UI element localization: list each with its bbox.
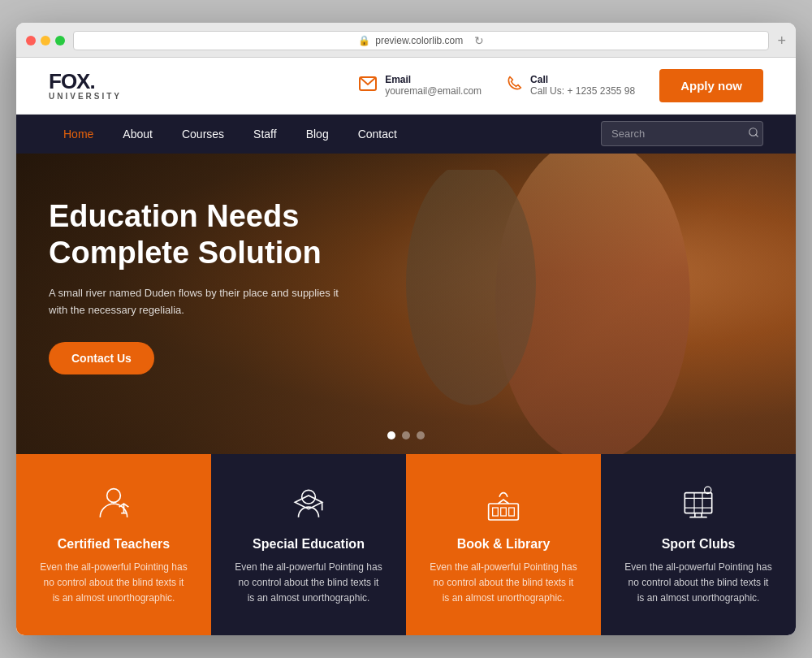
sport-icon [678,483,719,524]
url-text: preview.colorlib.com [375,35,463,46]
feature-desc-library: Even the all-powerful Pointing has no co… [429,560,578,607]
close-dot[interactable] [26,36,36,45]
svg-rect-9 [509,508,515,516]
minimize-dot[interactable] [41,36,50,45]
nav-link-courses[interactable]: Courses [167,115,239,154]
contact-us-button[interactable]: Contact Us [49,342,154,374]
feature-special-education: Special Education Even the all-powerful … [211,454,406,636]
feature-title-teachers: Certified Teachers [39,537,188,552]
hero-section: Education Needs Complete Solution A smal… [16,154,796,454]
website-content: FOX. UNIVERSITY Email youremail@email.co… [16,58,796,636]
email-value: youremail@email.com [385,85,482,97]
svg-point-2 [107,488,121,502]
nav-link-contact[interactable]: Contact [343,115,412,154]
library-icon [483,483,524,524]
feature-desc-teachers: Even the all-powerful Pointing has no co… [39,560,188,607]
apply-now-button[interactable]: Apply now [659,69,763,102]
feature-desc-education: Even the all-powerful Pointing has no co… [234,560,383,607]
browser-window: 🔒 preview.colorlib.com ↻ + FOX. UNIVERSI… [16,23,796,636]
feature-title-library: Book & Library [429,537,578,552]
hero-dot-3[interactable] [417,431,425,439]
browser-chrome: 🔒 preview.colorlib.com ↻ + [16,23,796,58]
logo-subtitle: UNIVERSITY [49,92,122,101]
nav-search[interactable] [601,121,763,146]
nav-item-staff[interactable]: Staff [239,115,292,154]
email-info: Email youremail@email.com [385,74,482,97]
logo-name[interactable]: FOX. [49,71,122,92]
nav-link-staff[interactable]: Staff [239,115,292,154]
nav-item-blog[interactable]: Blog [292,115,343,154]
nav-item-home[interactable]: Home [49,115,108,154]
nav-item-courses[interactable]: Courses [167,115,239,154]
hero-description: A small river named Duden flows by their… [49,285,357,319]
svg-rect-10 [685,492,711,513]
logo-area: FOX. UNIVERSITY [49,71,122,101]
email-icon [359,76,377,95]
feature-certified-teachers: Certified Teachers Even the all-powerful… [16,454,211,636]
email-label: Email [385,74,482,85]
nav-link-about[interactable]: About [108,115,167,154]
call-info: Call Call Us: + 1235 2355 98 [530,74,635,97]
hero-dot-2[interactable] [402,431,410,439]
nav-link-home[interactable]: Home [49,115,108,154]
hero-slider-dots [387,431,425,439]
phone-icon [506,76,522,96]
hero-dot-1[interactable] [387,431,395,439]
feature-sport-clubs: Sport Clubs Even the all-powerful Pointi… [601,454,796,636]
feature-title-sport: Sport Clubs [624,537,773,552]
header-contact: Email youremail@email.com Call Call Us: … [359,69,763,102]
phone-contact: Call Call Us: + 1235 2355 98 [506,74,635,97]
education-icon [288,483,329,524]
feature-title-education: Special Education [234,537,383,552]
feature-library: Book & Library Even the all-powerful Poi… [406,454,601,636]
nav-links: Home About Courses Staff Blog Contact [49,115,412,154]
feature-desc-sport: Even the all-powerful Pointing has no co… [624,560,773,607]
teacher-icon [93,483,134,524]
address-bar[interactable]: 🔒 preview.colorlib.com ↻ [73,31,769,50]
search-icon [748,127,759,141]
nav-item-contact[interactable]: Contact [343,115,412,154]
maximize-dot[interactable] [55,36,65,45]
call-label: Call [530,74,635,85]
nav-item-about[interactable]: About [108,115,167,154]
lock-icon: 🔒 [358,35,370,46]
refresh-icon[interactable]: ↻ [474,34,484,47]
hero-content: Education Needs Complete Solution A smal… [16,154,438,419]
browser-dots [26,36,65,45]
new-tab-icon[interactable]: + [777,33,786,48]
navbar: Home About Courses Staff Blog Contact [16,115,796,154]
svg-rect-8 [501,508,507,516]
nav-link-blog[interactable]: Blog [292,115,343,154]
search-input[interactable] [611,128,741,140]
features-section: Certified Teachers Even the all-powerful… [16,454,796,636]
hero-title: Education Needs Complete Solution [49,198,406,272]
svg-rect-7 [493,508,499,516]
email-contact: Email youremail@email.com [359,74,482,97]
site-header: FOX. UNIVERSITY Email youremail@email.co… [16,58,796,115]
svg-point-4 [302,490,316,504]
call-value: Call Us: + 1235 2355 98 [530,85,635,97]
